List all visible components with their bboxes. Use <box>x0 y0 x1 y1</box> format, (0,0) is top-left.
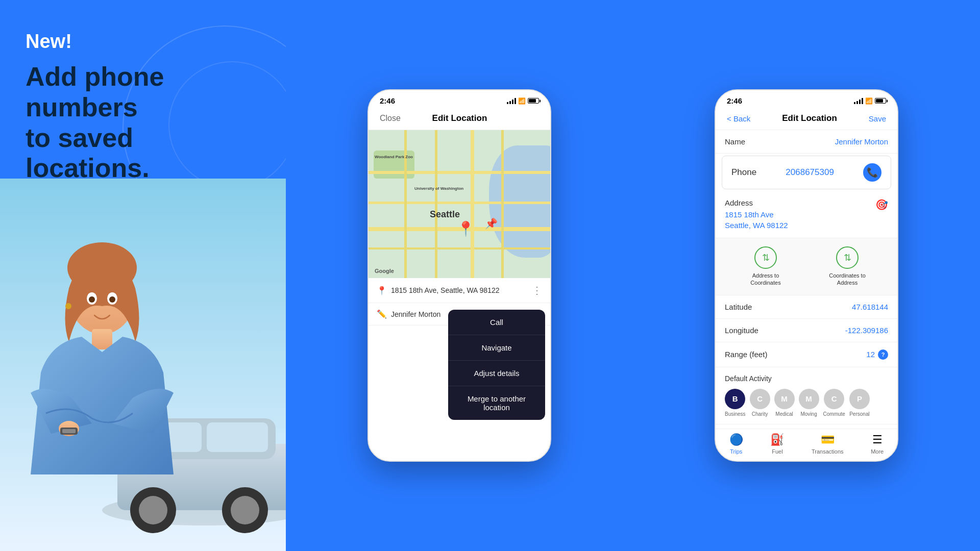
city-label: Seattle <box>430 209 460 220</box>
wifi-icon: 📶 <box>518 97 526 105</box>
close-button[interactable]: Close <box>380 114 401 123</box>
center-nav-bar: Close Edit Location <box>369 108 550 130</box>
road-v3 <box>471 130 474 278</box>
range-value-group: 12 ? <box>866 349 888 360</box>
activity-commute[interactable]: C Commute <box>823 389 845 417</box>
center-phone-mockup: 2:46 📶 Close Edit Location <box>368 89 551 462</box>
range-help-icon[interactable]: ? <box>878 349 888 360</box>
right-status-bar: 2:46 📶 <box>716 90 897 108</box>
name-field-row: Name Jennifer Morton <box>716 130 897 154</box>
google-label: Google <box>375 268 394 274</box>
activity-section-title: Default Activity <box>725 374 888 383</box>
nav-transactions[interactable]: 💳 Transactions <box>812 433 844 455</box>
road-h4 <box>369 247 550 249</box>
fuel-label: Fuel <box>772 448 782 455</box>
svg-rect-20 <box>62 429 76 433</box>
target-icon[interactable]: 🎯 <box>875 198 888 211</box>
coord-to-addr-label: Coordinates to Address <box>827 272 868 287</box>
center-status-time: 2:46 <box>380 96 395 105</box>
road-v1 <box>404 130 407 278</box>
address-line2[interactable]: Seattle, WA 98122 <box>725 220 788 231</box>
addr-to-coord-label: Address to Coordinates <box>745 272 786 287</box>
svg-point-15 <box>109 296 115 303</box>
road-h1 <box>369 171 550 174</box>
activity-charity[interactable]: C Charity <box>750 389 770 417</box>
center-status-bar: 2:46 📶 <box>369 90 550 108</box>
activity-c1-label: Charity <box>752 411 768 417</box>
context-call[interactable]: Call <box>448 310 545 335</box>
location-pin-icon: 📍 <box>377 286 387 295</box>
coord-to-addr-button[interactable]: ⇅ Coordinates to Address <box>827 246 868 287</box>
call-icon[interactable]: 📞 <box>863 163 881 182</box>
range-value[interactable]: 12 <box>866 350 875 359</box>
person-name: Jennifer Morton <box>391 310 440 318</box>
activity-b-btn[interactable]: B <box>725 389 745 409</box>
svg-rect-5 <box>207 422 268 452</box>
activity-c2-btn[interactable]: C <box>824 389 844 409</box>
location-bar: 📍 1815 18th Ave, Seattle, WA 98122 ⋮ <box>369 278 550 303</box>
more-icon: ☰ <box>872 433 883 446</box>
context-adjust[interactable]: Adjust details <box>448 361 545 386</box>
latitude-value[interactable]: 47.618144 <box>852 303 888 311</box>
right-status-time: 2:46 <box>727 96 742 105</box>
person-illustration <box>0 179 286 551</box>
latitude-row: Latitude 47.618144 <box>716 295 897 319</box>
right-status-icons: 📶 <box>854 97 886 105</box>
more-options-button[interactable]: ⋮ <box>532 284 542 296</box>
context-merge[interactable]: Merge to another location <box>448 386 545 420</box>
longitude-row: Longitude -122.309186 <box>716 319 897 342</box>
center-status-icons: 📶 <box>507 97 539 105</box>
addr-to-coord-button[interactable]: ⇅ Address to Coordinates <box>745 246 786 287</box>
road-v2 <box>435 130 437 278</box>
address-content: Address 1815 18th Ave Seattle, WA 98122 <box>725 198 788 231</box>
activity-moving[interactable]: M Moving <box>799 389 819 417</box>
right-wifi-icon: 📶 <box>865 97 873 105</box>
back-button[interactable]: < Back <box>727 114 750 123</box>
map-view[interactable]: Seattle Woodland Park Zoo University of … <box>369 130 550 278</box>
right-phone-content: Name Jennifer Morton Phone 2068675309 📞 … <box>716 130 897 429</box>
bottom-nav: 🔵 Trips ⛽ Fuel 💳 Transactions ☰ More <box>716 429 897 461</box>
right-signal-icon <box>854 98 863 104</box>
road-h2 <box>369 202 550 204</box>
longitude-label: Longitude <box>725 326 758 335</box>
nav-trips[interactable]: 🔵 Trips <box>729 433 743 455</box>
phone-number-value[interactable]: 2068675309 <box>786 167 834 178</box>
svg-point-16 <box>65 303 71 309</box>
map-pin[interactable]: 📍 <box>457 220 475 237</box>
activity-p-btn[interactable]: P <box>849 389 870 409</box>
activity-personal[interactable]: P Personal <box>849 389 870 417</box>
activity-m2-btn[interactable]: M <box>799 389 819 409</box>
activity-m1-btn[interactable]: M <box>774 389 795 409</box>
activity-c1-btn[interactable]: C <box>750 389 770 409</box>
transactions-icon: 💳 <box>821 433 835 446</box>
nav-more[interactable]: ☰ More <box>871 433 884 455</box>
address-label: Address <box>725 198 788 207</box>
park-label: Woodland Park Zoo <box>375 155 413 159</box>
center-nav-title: Edit Location <box>432 113 487 123</box>
save-button[interactable]: Save <box>869 114 886 123</box>
trips-label: Trips <box>730 448 742 455</box>
phone-field-row[interactable]: Phone 2068675309 📞 <box>722 156 891 189</box>
left-panel: New! Add phone numbers to saved location… <box>0 0 286 551</box>
right-phone-mockup: 2:46 📶 < Back Edit Location Save <box>715 89 898 462</box>
longitude-value[interactable]: -122.309186 <box>845 326 888 335</box>
univ-label: University of Washington <box>414 186 463 191</box>
activity-c2-label: Commute <box>823 411 845 417</box>
activity-p-label: Personal <box>849 411 869 417</box>
activity-business[interactable]: B Business <box>725 389 746 417</box>
address-line1[interactable]: 1815 18th Ave <box>725 209 788 220</box>
context-navigate[interactable]: Navigate <box>448 335 545 361</box>
right-nav-title: Edit Location <box>782 113 837 123</box>
right-nav-bar: < Back Edit Location Save <box>716 108 897 130</box>
activity-b-label: Business <box>725 411 746 417</box>
nav-fuel[interactable]: ⛽ Fuel <box>770 433 784 455</box>
range-label: Range (feet) <box>725 350 767 359</box>
map-pin-2[interactable]: 📌 <box>485 217 498 230</box>
location-address: 1815 18th Ave, Seattle, WA 98122 <box>391 286 532 294</box>
activity-medical[interactable]: M Medical <box>774 389 795 417</box>
edit-icon: ✏️ <box>377 309 387 319</box>
name-field-value[interactable]: Jennifer Morton <box>835 137 888 146</box>
tollbooth-row: Tollbooth <box>716 424 897 429</box>
transactions-label: Transactions <box>812 448 844 455</box>
activity-m2-label: Moving <box>800 411 817 417</box>
